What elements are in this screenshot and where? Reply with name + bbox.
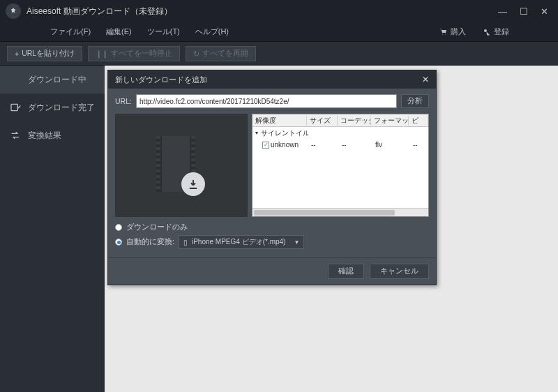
- download-icon: [10, 74, 21, 85]
- col-codec[interactable]: コーデック: [338, 116, 371, 126]
- app-window: Aiseesoft 動画ダウンロード（未登録） — ☐ ✕ ファイル(F) 編集…: [0, 0, 558, 392]
- convert-icon: [10, 130, 21, 141]
- key-icon: [483, 28, 491, 36]
- close-button[interactable]: ✕: [541, 6, 548, 17]
- download-badge-icon: [181, 172, 205, 196]
- sidebar: ダウンロード中 ダウンロード完了 変換結果: [0, 66, 105, 392]
- grid-data-row[interactable]: ✓unknown -- -- flv --: [252, 139, 428, 151]
- register-link[interactable]: 登録: [483, 27, 509, 37]
- auto-convert-label: 自動的に変換:: [126, 237, 174, 247]
- refresh-icon: ↻: [193, 50, 199, 58]
- cart-icon: [439, 28, 448, 36]
- chevron-down-icon: ▼: [294, 239, 299, 246]
- plus-icon: +: [15, 50, 19, 58]
- download-only-label: ダウンロードのみ: [126, 223, 188, 232]
- auto-convert-radio[interactable]: [115, 239, 122, 246]
- menu-tool[interactable]: ツール(T): [147, 27, 180, 37]
- dialog-close-button[interactable]: ✕: [422, 75, 429, 84]
- analyze-button[interactable]: 分析: [401, 94, 429, 108]
- check-list-icon: [10, 102, 21, 113]
- col-resolution[interactable]: 解像度: [252, 116, 307, 126]
- app-title: Aiseesoft 動画ダウンロード（未登録）: [27, 6, 498, 17]
- svg-rect-1: [11, 104, 17, 110]
- dialog-title: 新しいダウンロードを追加: [115, 75, 422, 85]
- svg-point-0: [484, 29, 487, 32]
- col-format[interactable]: フォーマット: [371, 116, 409, 126]
- menu-edit[interactable]: 編集(E): [106, 27, 132, 37]
- sidebar-item-label: ダウンロード中: [28, 75, 86, 85]
- grid-scrollbar[interactable]: [252, 208, 428, 216]
- main-area: 新しいダウンロードを追加 ✕ URL: 分析: [105, 66, 558, 392]
- toolbar: +URLを貼り付け ❙❙すべてを一時停止 ↻すべてを再開: [0, 42, 558, 66]
- maximize-button[interactable]: ☐: [520, 6, 528, 17]
- pause-icon: ❙❙: [96, 50, 108, 58]
- col-bitrate[interactable]: ビ: [409, 116, 428, 126]
- menu-file[interactable]: ファイル(F): [50, 27, 91, 37]
- sidebar-item-label: 変換結果: [28, 130, 61, 141]
- add-download-dialog: 新しいダウンロードを追加 ✕ URL: 分析: [107, 70, 437, 285]
- collapse-icon[interactable]: ▾: [255, 130, 258, 136]
- row-checkbox[interactable]: ✓: [262, 142, 269, 149]
- sidebar-item-converted[interactable]: 変換結果: [0, 121, 105, 149]
- ok-button[interactable]: 確認: [328, 264, 364, 279]
- minimize-button[interactable]: —: [498, 6, 507, 17]
- url-input[interactable]: [136, 94, 397, 108]
- video-thumbnail: [115, 114, 248, 217]
- app-logo: [6, 3, 21, 19]
- col-size[interactable]: サイズ: [307, 116, 338, 126]
- grid-group-row[interactable]: ▾サイレントイルミネ…: [252, 127, 428, 139]
- device-icon: ▯: [183, 239, 188, 246]
- buy-link[interactable]: 購入: [439, 27, 466, 37]
- resume-all-button[interactable]: ↻すべてを再開: [186, 46, 256, 61]
- menubar: ファイル(F) 編集(E) ツール(T) ヘルプ(H) 購入 登録: [0, 22, 558, 42]
- menu-help[interactable]: ヘルプ(H): [195, 27, 229, 37]
- pause-all-button[interactable]: ❙❙すべてを一時停止: [88, 46, 180, 61]
- sidebar-item-downloaded[interactable]: ダウンロード完了: [0, 93, 105, 121]
- download-only-radio[interactable]: [115, 224, 122, 231]
- formats-grid[interactable]: 解像度 サイズ コーデック フォーマット ビ ▾サイレントイルミネ… ✓unkn…: [252, 114, 429, 217]
- sidebar-item-label: ダウンロード完了: [28, 103, 95, 113]
- paste-url-button[interactable]: +URLを貼り付け: [7, 46, 82, 61]
- titlebar: Aiseesoft 動画ダウンロード（未登録） — ☐ ✕: [0, 0, 558, 22]
- format-select[interactable]: ▯ iPhone MPEG4 ビデオ(*.mp4) ▼: [179, 235, 304, 249]
- url-label: URL:: [115, 97, 132, 105]
- sidebar-item-downloading[interactable]: ダウンロード中: [0, 66, 105, 93]
- cancel-button[interactable]: キャンセル: [370, 264, 429, 279]
